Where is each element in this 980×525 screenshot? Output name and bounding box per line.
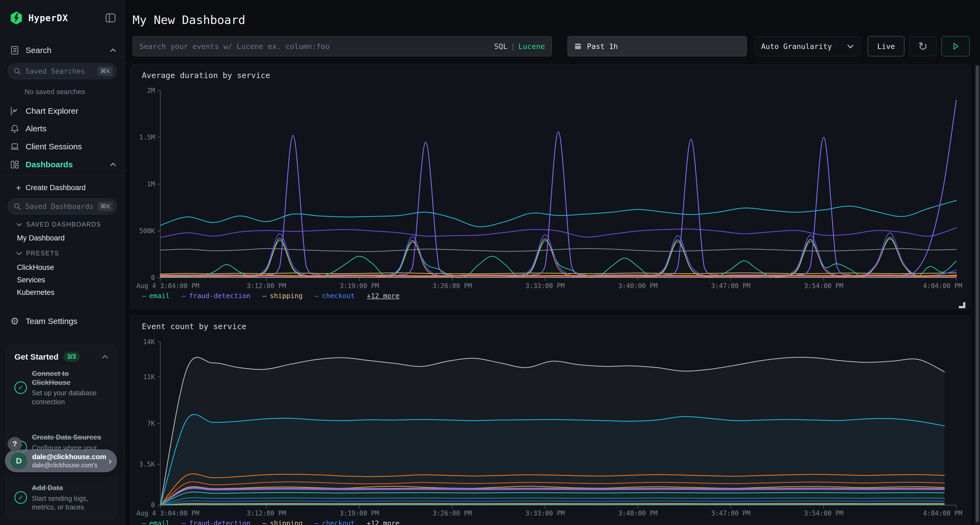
chart-explorer-icon: [10, 106, 20, 116]
legend-item[interactable]: —checkout: [315, 292, 355, 300]
step-title: Connect to ClickHouse: [32, 369, 100, 387]
event-search-bar[interactable]: SQL | Lucene: [132, 36, 552, 56]
scrollbar-thumb[interactable]: [976, 65, 979, 522]
saved-dashboards-input[interactable]: [25, 202, 97, 211]
legend-swatch: —: [315, 519, 319, 525]
svg-text:3:33:00 PM: 3:33:00 PM: [525, 509, 565, 517]
main-content: My New Dashboard SQL | Lucene Past 1h Au…: [125, 0, 980, 525]
sidebar-item-chart-explorer[interactable]: Chart Explorer: [10, 105, 116, 117]
dashboards-icon: [10, 160, 20, 170]
chart-avg-duration: 0500K1M1.5M2MAug 4 3:04:00 PM3:12:00 PM3…: [136, 85, 964, 300]
sidebar-item-search[interactable]: Search: [10, 44, 116, 57]
legend-item[interactable]: —fraud-detection: [181, 292, 250, 300]
play-icon: [951, 41, 960, 51]
legend-label: checkout: [322, 292, 355, 300]
legend-item[interactable]: —email: [142, 292, 170, 300]
legend-item[interactable]: —checkout: [315, 519, 355, 525]
svg-text:3:26:00 PM: 3:26:00 PM: [433, 509, 472, 517]
get-started-title: Get Started: [14, 352, 59, 362]
sidebar-item-label: Team Settings: [25, 317, 77, 326]
chart-title: Event count by service: [142, 322, 247, 331]
chevron-right-icon: ›: [109, 456, 111, 466]
section-presets[interactable]: PRESETS: [16, 250, 59, 257]
legend-item[interactable]: —shipping: [262, 292, 302, 300]
search-icon: [13, 67, 22, 75]
saved-dashboards-search[interactable]: ⌘K: [8, 198, 117, 214]
legend-swatch: —: [262, 292, 267, 300]
live-button[interactable]: Live: [868, 36, 904, 56]
sql-mode-toggle[interactable]: SQL: [494, 42, 508, 51]
event-search-input[interactable]: [139, 42, 494, 51]
no-saved-searches-note: No saved searches: [24, 87, 85, 96]
sidebar-item-client-sessions[interactable]: Client Sessions: [10, 140, 116, 153]
preset-services[interactable]: Services: [17, 276, 45, 284]
hyperdx-logo-icon: [10, 11, 23, 25]
svg-text:1.5M: 1.5M: [139, 133, 155, 141]
page-scrollbar[interactable]: [975, 65, 980, 525]
chart-panel-avg-duration[interactable]: Average duration by service 0500K1M1.5M2…: [130, 65, 970, 309]
legend-swatch: —: [142, 519, 146, 525]
chevron-up-icon[interactable]: [102, 355, 109, 359]
svg-text:3:54:00 PM: 3:54:00 PM: [804, 509, 843, 517]
svg-text:3:54:00 PM: 3:54:00 PM: [804, 282, 843, 290]
time-range-value: Past 1h: [587, 42, 618, 51]
sidebar-item-label: Dashboards: [25, 160, 73, 169]
help-button[interactable]: ?: [8, 437, 22, 451]
chevron-down-icon: [16, 222, 22, 227]
chevron-down-icon: [846, 44, 854, 49]
chevron-up-icon[interactable]: [110, 48, 116, 52]
gear-icon: ⚙: [10, 316, 20, 326]
chevron-up-icon[interactable]: [110, 162, 116, 167]
svg-text:3:19:00 PM: 3:19:00 PM: [340, 282, 379, 290]
preset-clickhouse[interactable]: ClickHouse: [17, 263, 54, 272]
chevron-down-icon: [16, 251, 22, 255]
get-started-progress-badge: 3/3: [64, 352, 80, 362]
legend-swatch: —: [142, 292, 146, 300]
run-query-button[interactable]: [941, 36, 970, 56]
logo-row: HyperDX: [10, 10, 116, 25]
legend-item[interactable]: —email: [142, 519, 170, 525]
get-started-step-add-data[interactable]: ✓ Add Data Start sending logs, metrics, …: [14, 484, 110, 512]
sidebar-item-dashboards[interactable]: Dashboards: [10, 158, 116, 171]
mode-separator: |: [511, 42, 515, 51]
preset-kubernetes[interactable]: Kubernetes: [17, 288, 54, 297]
saved-dashboard-my-dashboard[interactable]: My Dashboard: [17, 234, 65, 243]
legend-item[interactable]: —shipping: [262, 519, 302, 525]
get-started-step-connect[interactable]: ✓ Connect to ClickHouse Set up your data…: [14, 369, 110, 406]
chart-event-count: 03.5K7K11K14KAug 4 3:04:00 PM3:12:00 PM3…: [136, 335, 964, 525]
sidebar-collapse-icon[interactable]: [105, 12, 116, 24]
live-label: Live: [877, 42, 895, 51]
sidebar-item-team-settings[interactable]: ⚙ Team Settings: [10, 315, 116, 328]
sidebar-item-label: Client Sessions: [25, 142, 82, 151]
sidebar-item-alerts[interactable]: Alerts: [10, 122, 116, 135]
saved-searches-search[interactable]: ⌘K: [8, 63, 117, 79]
svg-text:Aug 4 3:04:00 PM: Aug 4 3:04:00 PM: [136, 282, 199, 290]
time-range-picker[interactable]: Past 1h: [568, 36, 747, 56]
check-circle-icon: ✓: [14, 491, 27, 504]
legend-item[interactable]: —fraud-detection: [181, 519, 250, 525]
legend-label: email: [149, 519, 170, 525]
legend-label: shipping: [270, 292, 302, 300]
user-account-chip[interactable]: D dale@clickhouse.com dale@clickhouse.co…: [5, 449, 117, 472]
granularity-value: Auto Granularity: [761, 42, 832, 51]
avatar: D: [10, 452, 27, 469]
refresh-button[interactable]: ↻: [909, 36, 937, 56]
svg-text:3:19:00 PM: 3:19:00 PM: [340, 509, 379, 517]
check-circle-icon: ✓: [14, 381, 27, 394]
legend-more-link[interactable]: +12 more: [367, 292, 399, 300]
svg-text:Aug 4 3:04:00 PM: Aug 4 3:04:00 PM: [136, 509, 199, 517]
legend-more-link[interactable]: +12 more: [367, 519, 399, 525]
legend-label: checkout: [322, 519, 355, 525]
lucene-mode-toggle[interactable]: Lucene: [518, 42, 545, 51]
search-panel-icon: [10, 45, 20, 55]
saved-searches-input[interactable]: [25, 67, 97, 75]
panel-resize-handle[interactable]: [959, 302, 965, 308]
laptop-icon: [10, 142, 20, 152]
svg-text:3:40:00 PM: 3:40:00 PM: [618, 509, 658, 517]
chart-panel-event-count[interactable]: Event count by service 03.5K7K11K14KAug …: [130, 316, 970, 525]
section-saved-dashboards[interactable]: SAVED DASHBOARDS: [16, 221, 101, 228]
granularity-select[interactable]: Auto Granularity: [755, 36, 861, 56]
create-dashboard-button[interactable]: + Create Dashboard: [16, 182, 86, 194]
svg-text:3:12:00 PM: 3:12:00 PM: [247, 509, 286, 517]
legend-label: email: [149, 292, 170, 300]
